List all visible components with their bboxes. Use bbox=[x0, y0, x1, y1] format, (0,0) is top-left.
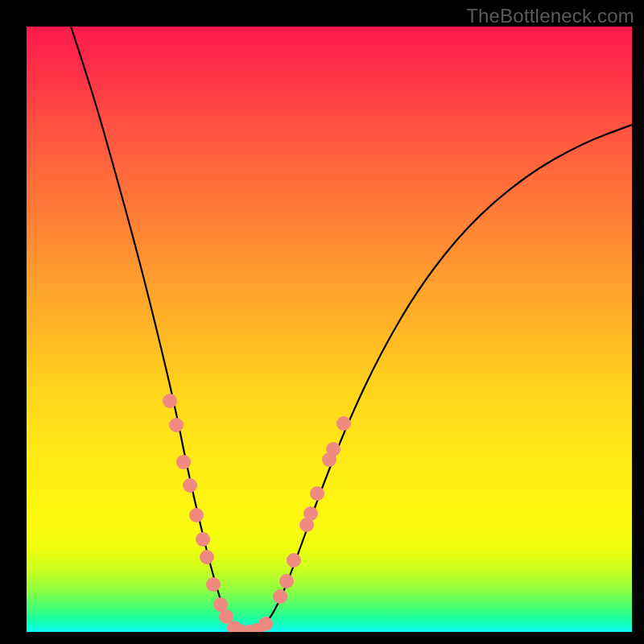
data-dot bbox=[287, 553, 301, 568]
data-dot bbox=[326, 442, 341, 456]
data-dot bbox=[176, 455, 191, 469]
data-dot bbox=[196, 532, 210, 547]
data-dot bbox=[336, 416, 351, 431]
data-dot bbox=[273, 589, 287, 604]
data-dot bbox=[163, 394, 177, 408]
data-dot bbox=[189, 508, 204, 522]
data-dot bbox=[206, 577, 221, 592]
bottleneck-curve bbox=[71, 27, 632, 630]
chart-frame: TheBottleneck.com bbox=[0, 0, 644, 644]
curve-svg bbox=[27, 27, 632, 632]
data-dot bbox=[279, 574, 294, 588]
data-dots bbox=[163, 394, 351, 632]
data-dot bbox=[200, 550, 214, 564]
data-dot bbox=[169, 418, 184, 432]
data-dot bbox=[258, 617, 273, 631]
data-dot bbox=[310, 486, 324, 501]
plot-area bbox=[27, 27, 632, 632]
data-dot bbox=[183, 478, 197, 493]
watermark-label: TheBottleneck.com bbox=[466, 5, 634, 27]
data-dot bbox=[303, 506, 318, 521]
